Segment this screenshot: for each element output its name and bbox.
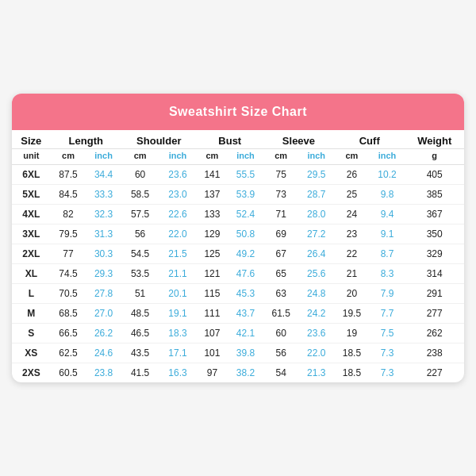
cell-6-0: L bbox=[12, 284, 51, 304]
cell-1-7: 73 bbox=[263, 185, 299, 205]
cell-7-7: 61.5 bbox=[263, 304, 299, 324]
cell-8-9: 19 bbox=[334, 324, 370, 344]
cell-5-1: 74.5 bbox=[51, 264, 86, 284]
cell-1-10: 9.8 bbox=[370, 185, 405, 205]
col-cuff-header: Cuff bbox=[334, 130, 405, 149]
cell-1-0: 5XL bbox=[12, 185, 51, 205]
cell-7-11: 277 bbox=[405, 304, 464, 324]
cell-7-9: 19.5 bbox=[334, 304, 370, 324]
cell-0-9: 26 bbox=[334, 165, 370, 185]
cell-3-6: 50.8 bbox=[228, 225, 263, 244]
col-shoulder-header: Shoulder bbox=[121, 130, 197, 149]
cell-6-5: 115 bbox=[197, 284, 228, 304]
cell-8-8: 23.6 bbox=[298, 324, 334, 344]
col-weight-header: Weight bbox=[405, 130, 464, 149]
cell-9-7: 56 bbox=[263, 344, 299, 363]
cell-5-3: 53.5 bbox=[121, 264, 159, 284]
cell-5-10: 8.3 bbox=[370, 264, 405, 284]
cell-6-1: 70.5 bbox=[51, 284, 86, 304]
cell-9-8: 22.0 bbox=[298, 344, 334, 363]
cell-8-10: 7.5 bbox=[370, 324, 405, 344]
cell-2-0: 4XL bbox=[12, 205, 51, 225]
cell-0-3: 60 bbox=[121, 165, 159, 185]
unit-sleeve-inch: inch bbox=[298, 149, 334, 165]
cell-2-1: 82 bbox=[51, 205, 86, 225]
col-size-header: Size bbox=[12, 130, 51, 149]
cell-9-6: 39.8 bbox=[228, 344, 263, 363]
cell-4-8: 26.4 bbox=[298, 244, 334, 264]
chart-title: Sweatshirt Size Chart bbox=[12, 94, 464, 130]
cell-1-3: 58.5 bbox=[121, 185, 159, 205]
unit-length-inch: inch bbox=[86, 149, 121, 165]
cell-9-5: 101 bbox=[197, 344, 228, 363]
cell-4-4: 21.5 bbox=[159, 244, 196, 264]
unit-cuff-inch: inch bbox=[370, 149, 405, 165]
cell-0-7: 75 bbox=[263, 165, 299, 185]
unit-bust-inch: inch bbox=[228, 149, 263, 165]
cell-0-4: 23.6 bbox=[159, 165, 196, 185]
header-row-units: unit cm inch cm inch cm inch cm inch cm … bbox=[12, 149, 464, 165]
cell-8-3: 46.5 bbox=[121, 324, 159, 344]
cell-2-4: 22.6 bbox=[159, 205, 196, 225]
cell-8-5: 107 bbox=[197, 324, 228, 344]
unit-cuff-cm: cm bbox=[334, 149, 370, 165]
size-chart-table: Size Length Shoulder Bust Sleeve Cuff We… bbox=[12, 130, 464, 382]
unit-weight-g: g bbox=[405, 149, 464, 165]
cell-0-10: 10.2 bbox=[370, 165, 405, 185]
cell-8-11: 262 bbox=[405, 324, 464, 344]
cell-6-9: 20 bbox=[334, 284, 370, 304]
cell-0-5: 141 bbox=[197, 165, 228, 185]
cell-7-10: 7.7 bbox=[370, 304, 405, 324]
cell-4-0: 2XL bbox=[12, 244, 51, 264]
cell-8-4: 18.3 bbox=[159, 324, 196, 344]
cell-7-1: 68.5 bbox=[51, 304, 86, 324]
cell-9-4: 17.1 bbox=[159, 344, 196, 363]
unit-length-cm: cm bbox=[51, 149, 86, 165]
cell-7-4: 19.1 bbox=[159, 304, 196, 324]
cell-1-9: 25 bbox=[334, 185, 370, 205]
cell-2-8: 28.0 bbox=[298, 205, 334, 225]
table-row: 3XL79.531.35622.012950.86927.2239.1350 bbox=[12, 225, 464, 244]
col-sleeve-header: Sleeve bbox=[263, 130, 334, 149]
cell-9-1: 62.5 bbox=[51, 344, 86, 363]
cell-6-3: 51 bbox=[121, 284, 159, 304]
cell-1-6: 53.9 bbox=[228, 185, 263, 205]
cell-5-9: 21 bbox=[334, 264, 370, 284]
cell-5-0: XL bbox=[12, 264, 51, 284]
cell-7-3: 48.5 bbox=[121, 304, 159, 324]
cell-0-2: 34.4 bbox=[86, 165, 121, 185]
cell-3-2: 31.3 bbox=[86, 225, 121, 244]
cell-8-0: S bbox=[12, 324, 51, 344]
cell-4-5: 125 bbox=[197, 244, 228, 264]
cell-9-10: 7.3 bbox=[370, 344, 405, 363]
cell-5-2: 29.3 bbox=[86, 264, 121, 284]
cell-6-2: 27.8 bbox=[86, 284, 121, 304]
cell-3-10: 9.1 bbox=[370, 225, 405, 244]
chart-container: Sweatshirt Size Chart Size Length Should… bbox=[12, 94, 464, 382]
cell-7-2: 27.0 bbox=[86, 304, 121, 324]
cell-10-9: 18.5 bbox=[334, 363, 370, 383]
cell-5-8: 25.6 bbox=[298, 264, 334, 284]
cell-5-6: 47.6 bbox=[228, 264, 263, 284]
cell-2-9: 24 bbox=[334, 205, 370, 225]
cell-5-7: 65 bbox=[263, 264, 299, 284]
cell-1-8: 28.7 bbox=[298, 185, 334, 205]
cell-5-4: 21.1 bbox=[159, 264, 196, 284]
cell-10-1: 60.5 bbox=[51, 363, 86, 383]
cell-6-6: 45.3 bbox=[228, 284, 263, 304]
cell-5-5: 121 bbox=[197, 264, 228, 284]
cell-10-8: 21.3 bbox=[298, 363, 334, 383]
cell-6-4: 20.1 bbox=[159, 284, 196, 304]
cell-1-2: 33.3 bbox=[86, 185, 121, 205]
cell-10-10: 7.3 bbox=[370, 363, 405, 383]
cell-3-1: 79.5 bbox=[51, 225, 86, 244]
table-row: M68.527.048.519.111143.761.524.219.57.72… bbox=[12, 304, 464, 324]
cell-1-4: 23.0 bbox=[159, 185, 196, 205]
cell-4-9: 22 bbox=[334, 244, 370, 264]
cell-9-9: 18.5 bbox=[334, 344, 370, 363]
cell-9-3: 43.5 bbox=[121, 344, 159, 363]
cell-6-7: 63 bbox=[263, 284, 299, 304]
cell-3-7: 69 bbox=[263, 225, 299, 244]
cell-9-0: XS bbox=[12, 344, 51, 363]
cell-0-6: 55.5 bbox=[228, 165, 263, 185]
